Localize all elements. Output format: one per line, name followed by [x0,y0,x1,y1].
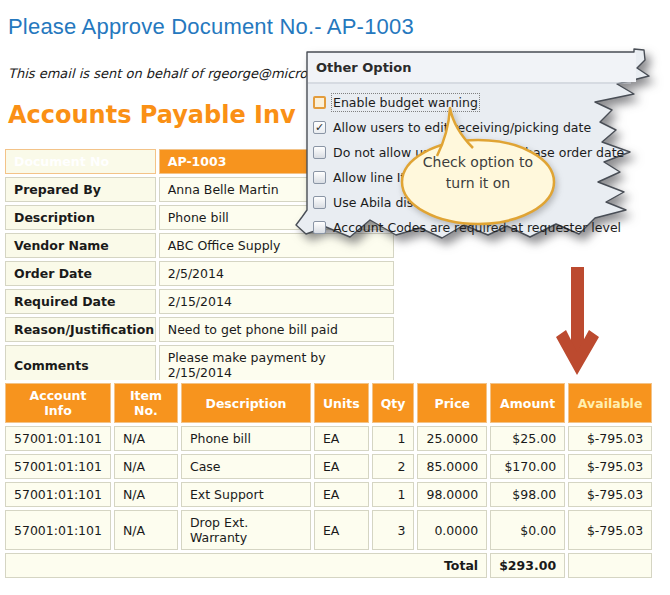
col-available: Available [568,383,652,423]
table-row: 57001:01:101 N/A Ext Support EA 1 98.000… [5,482,652,507]
checkbox[interactable] [313,221,326,234]
cell: 0.0000 [417,510,487,550]
cell: EA [314,426,369,451]
table-row: Order Date 2/5/2014 [5,261,394,286]
info-label: Required Date [5,289,156,314]
document-type-heading: Accounts Payable Inv [8,101,296,129]
callout-line2: turn it on [393,173,563,194]
cell: 1 [372,482,415,507]
cell: $98.00 [490,482,565,507]
cell: N/A [114,426,178,451]
col-amount: Amount [490,383,565,423]
cell: $0.00 [490,510,565,550]
info-value: Please make payment by 2/15/2014 [159,345,394,385]
col-account-info: Account Info [5,383,111,423]
total-available-empty [568,553,652,578]
table-row: 57001:01:101 N/A Case EA 2 85.0000 $170.… [5,454,652,479]
callout-text: Check option to turn it on [393,152,563,194]
checkbox[interactable] [313,171,326,184]
info-label: Vendor Name [5,233,156,258]
other-option-popup: Other Option Enable budget warning ✓ All… [293,48,665,258]
info-value: Need to get phone bill paid [159,317,394,342]
table-row: Comments Please make payment by 2/15/201… [5,345,394,385]
page-title: Please Approve Document No.- AP-1003 [8,14,414,40]
table-row: Reason/Justification Need to get phone b… [5,317,394,342]
col-units: Units [314,383,369,423]
cell-available: $-795.03 [568,482,652,507]
cell: N/A [114,454,178,479]
cell: EA [314,482,369,507]
cell: Drop Ext. Warranty [181,510,311,550]
cell: N/A [114,482,178,507]
cell: EA [314,510,369,550]
cell: 2 [372,454,415,479]
red-down-arrow-icon [533,253,625,381]
cell: 1 [372,426,415,451]
cell: $170.00 [490,454,565,479]
info-label: Description [5,205,156,230]
info-label: Comments [5,345,156,385]
line-items-table: Account Info Item No. Description Units … [2,380,655,581]
cell: 57001:01:101 [5,482,111,507]
cell-available: $-795.03 [568,510,652,550]
info-label: Prepared By [5,177,156,202]
cell: 57001:01:101 [5,426,111,451]
checkbox[interactable] [313,196,326,209]
checkbox[interactable] [313,146,326,159]
cell-available: $-795.03 [568,426,652,451]
col-price: Price [417,383,487,423]
info-label: Reason/Justification [5,317,156,342]
col-description: Description [181,383,311,423]
cell: Case [181,454,311,479]
table-header-row: Account Info Item No. Description Units … [5,383,652,423]
col-item-no: Item No. [114,383,178,423]
checkbox[interactable] [313,96,326,109]
callout-line1: Check option to [393,152,563,173]
cell: 85.0000 [417,454,487,479]
col-qty: Qty [372,383,415,423]
info-header-label: Document No [5,149,156,174]
cell: Ext Support [181,482,311,507]
total-row: Total $293.00 [5,553,652,578]
cell: $25.00 [490,426,565,451]
cell: 57001:01:101 [5,454,111,479]
email-on-behalf-note: This email is sent on behalf of rgeorge@… [8,66,323,81]
table-row: 57001:01:101 N/A Drop Ext. Warranty EA 3… [5,510,652,550]
cell: EA [314,454,369,479]
cell: Phone bill [181,426,311,451]
cell: N/A [114,510,178,550]
cell: 3 [372,510,415,550]
info-value: 2/5/2014 [159,261,394,286]
cell: 25.0000 [417,426,487,451]
info-value: 2/15/2014 [159,289,394,314]
popup-title: Other Option [316,60,412,75]
cell-available: $-795.03 [568,454,652,479]
total-amount: $293.00 [490,553,565,578]
cell: 57001:01:101 [5,510,111,550]
info-label: Order Date [5,261,156,286]
table-row: 57001:01:101 N/A Phone bill EA 1 25.0000… [5,426,652,451]
checkbox[interactable]: ✓ [313,121,326,134]
total-label: Total [5,553,487,578]
cell: 98.0000 [417,482,487,507]
table-row: Required Date 2/15/2014 [5,289,394,314]
approval-email-page: Please Approve Document No.- AP-1003 Thi… [0,0,670,595]
